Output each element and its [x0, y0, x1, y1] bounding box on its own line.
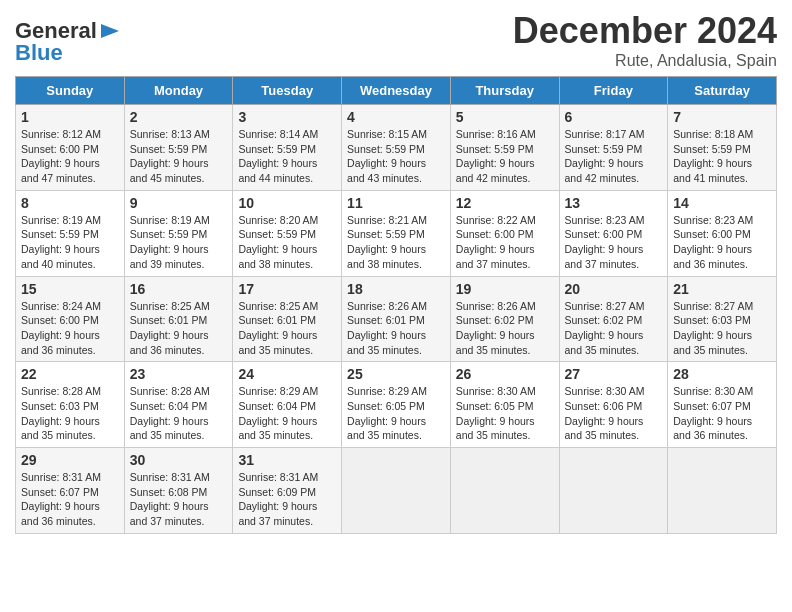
weekday-header-tuesday: Tuesday: [233, 77, 342, 105]
day-detail: Sunrise: 8:14 AM Sunset: 5:59 PM Dayligh…: [238, 127, 336, 186]
day-detail: Sunrise: 8:31 AM Sunset: 6:08 PM Dayligh…: [130, 470, 228, 529]
calendar-cell: [342, 448, 451, 534]
calendar-cell: [668, 448, 777, 534]
day-number: 25: [347, 366, 445, 382]
day-detail: Sunrise: 8:19 AM Sunset: 5:59 PM Dayligh…: [21, 213, 119, 272]
day-detail: Sunrise: 8:31 AM Sunset: 6:07 PM Dayligh…: [21, 470, 119, 529]
calendar-cell: 31Sunrise: 8:31 AM Sunset: 6:09 PM Dayli…: [233, 448, 342, 534]
day-number: 7: [673, 109, 771, 125]
calendar-cell: 24Sunrise: 8:29 AM Sunset: 6:04 PM Dayli…: [233, 362, 342, 448]
calendar-cell: 9Sunrise: 8:19 AM Sunset: 5:59 PM Daylig…: [124, 190, 233, 276]
calendar-cell: 3Sunrise: 8:14 AM Sunset: 5:59 PM Daylig…: [233, 105, 342, 191]
calendar-cell: 18Sunrise: 8:26 AM Sunset: 6:01 PM Dayli…: [342, 276, 451, 362]
calendar-cell: [559, 448, 668, 534]
calendar-cell: 1Sunrise: 8:12 AM Sunset: 6:00 PM Daylig…: [16, 105, 125, 191]
day-detail: Sunrise: 8:27 AM Sunset: 6:03 PM Dayligh…: [673, 299, 771, 358]
day-number: 8: [21, 195, 119, 211]
day-number: 28: [673, 366, 771, 382]
day-detail: Sunrise: 8:29 AM Sunset: 6:04 PM Dayligh…: [238, 384, 336, 443]
logo: General Blue: [15, 18, 121, 66]
calendar-cell: 6Sunrise: 8:17 AM Sunset: 5:59 PM Daylig…: [559, 105, 668, 191]
header: General Blue December 2024 Rute, Andalus…: [15, 10, 777, 70]
day-detail: Sunrise: 8:25 AM Sunset: 6:01 PM Dayligh…: [238, 299, 336, 358]
day-number: 2: [130, 109, 228, 125]
logo-blue: Blue: [15, 40, 63, 66]
calendar-cell: 21Sunrise: 8:27 AM Sunset: 6:03 PM Dayli…: [668, 276, 777, 362]
day-number: 5: [456, 109, 554, 125]
day-detail: Sunrise: 8:25 AM Sunset: 6:01 PM Dayligh…: [130, 299, 228, 358]
day-detail: Sunrise: 8:30 AM Sunset: 6:05 PM Dayligh…: [456, 384, 554, 443]
day-number: 1: [21, 109, 119, 125]
day-number: 9: [130, 195, 228, 211]
day-detail: Sunrise: 8:27 AM Sunset: 6:02 PM Dayligh…: [565, 299, 663, 358]
day-detail: Sunrise: 8:21 AM Sunset: 5:59 PM Dayligh…: [347, 213, 445, 272]
calendar-cell: 13Sunrise: 8:23 AM Sunset: 6:00 PM Dayli…: [559, 190, 668, 276]
day-detail: Sunrise: 8:19 AM Sunset: 5:59 PM Dayligh…: [130, 213, 228, 272]
calendar-cell: 19Sunrise: 8:26 AM Sunset: 6:02 PM Dayli…: [450, 276, 559, 362]
day-number: 12: [456, 195, 554, 211]
weekday-header-sunday: Sunday: [16, 77, 125, 105]
week-row-3: 15Sunrise: 8:24 AM Sunset: 6:00 PM Dayli…: [16, 276, 777, 362]
weekday-header-saturday: Saturday: [668, 77, 777, 105]
calendar-cell: 14Sunrise: 8:23 AM Sunset: 6:00 PM Dayli…: [668, 190, 777, 276]
day-number: 11: [347, 195, 445, 211]
day-detail: Sunrise: 8:26 AM Sunset: 6:01 PM Dayligh…: [347, 299, 445, 358]
day-number: 18: [347, 281, 445, 297]
day-number: 15: [21, 281, 119, 297]
calendar-cell: 10Sunrise: 8:20 AM Sunset: 5:59 PM Dayli…: [233, 190, 342, 276]
week-row-4: 22Sunrise: 8:28 AM Sunset: 6:03 PM Dayli…: [16, 362, 777, 448]
calendar-cell: 5Sunrise: 8:16 AM Sunset: 5:59 PM Daylig…: [450, 105, 559, 191]
calendar-cell: 11Sunrise: 8:21 AM Sunset: 5:59 PM Dayli…: [342, 190, 451, 276]
day-number: 20: [565, 281, 663, 297]
calendar-table: SundayMondayTuesdayWednesdayThursdayFrid…: [15, 76, 777, 534]
calendar-cell: 7Sunrise: 8:18 AM Sunset: 5:59 PM Daylig…: [668, 105, 777, 191]
day-detail: Sunrise: 8:31 AM Sunset: 6:09 PM Dayligh…: [238, 470, 336, 529]
calendar-cell: 4Sunrise: 8:15 AM Sunset: 5:59 PM Daylig…: [342, 105, 451, 191]
day-detail: Sunrise: 8:22 AM Sunset: 6:00 PM Dayligh…: [456, 213, 554, 272]
day-detail: Sunrise: 8:23 AM Sunset: 6:00 PM Dayligh…: [673, 213, 771, 272]
day-number: 6: [565, 109, 663, 125]
day-number: 4: [347, 109, 445, 125]
calendar-cell: 22Sunrise: 8:28 AM Sunset: 6:03 PM Dayli…: [16, 362, 125, 448]
calendar-cell: 27Sunrise: 8:30 AM Sunset: 6:06 PM Dayli…: [559, 362, 668, 448]
day-detail: Sunrise: 8:15 AM Sunset: 5:59 PM Dayligh…: [347, 127, 445, 186]
day-number: 26: [456, 366, 554, 382]
day-number: 19: [456, 281, 554, 297]
day-number: 3: [238, 109, 336, 125]
month-title: December 2024 Rute, Andalusia, Spain: [513, 10, 777, 70]
location-heading: Rute, Andalusia, Spain: [513, 52, 777, 70]
calendar-cell: 2Sunrise: 8:13 AM Sunset: 5:59 PM Daylig…: [124, 105, 233, 191]
day-detail: Sunrise: 8:29 AM Sunset: 6:05 PM Dayligh…: [347, 384, 445, 443]
day-number: 13: [565, 195, 663, 211]
day-detail: Sunrise: 8:30 AM Sunset: 6:06 PM Dayligh…: [565, 384, 663, 443]
week-row-2: 8Sunrise: 8:19 AM Sunset: 5:59 PM Daylig…: [16, 190, 777, 276]
day-detail: Sunrise: 8:16 AM Sunset: 5:59 PM Dayligh…: [456, 127, 554, 186]
day-detail: Sunrise: 8:13 AM Sunset: 5:59 PM Dayligh…: [130, 127, 228, 186]
calendar-cell: 25Sunrise: 8:29 AM Sunset: 6:05 PM Dayli…: [342, 362, 451, 448]
day-detail: Sunrise: 8:20 AM Sunset: 5:59 PM Dayligh…: [238, 213, 336, 272]
day-detail: Sunrise: 8:18 AM Sunset: 5:59 PM Dayligh…: [673, 127, 771, 186]
weekday-header-wednesday: Wednesday: [342, 77, 451, 105]
calendar-cell: 28Sunrise: 8:30 AM Sunset: 6:07 PM Dayli…: [668, 362, 777, 448]
weekday-header-thursday: Thursday: [450, 77, 559, 105]
day-number: 30: [130, 452, 228, 468]
calendar-cell: 26Sunrise: 8:30 AM Sunset: 6:05 PM Dayli…: [450, 362, 559, 448]
calendar-cell: [450, 448, 559, 534]
day-number: 24: [238, 366, 336, 382]
day-number: 22: [21, 366, 119, 382]
day-detail: Sunrise: 8:28 AM Sunset: 6:03 PM Dayligh…: [21, 384, 119, 443]
logo-flag-icon: [99, 22, 121, 40]
calendar-cell: 29Sunrise: 8:31 AM Sunset: 6:07 PM Dayli…: [16, 448, 125, 534]
day-number: 31: [238, 452, 336, 468]
weekday-header-friday: Friday: [559, 77, 668, 105]
day-number: 23: [130, 366, 228, 382]
svg-marker-0: [101, 24, 119, 38]
calendar-cell: 15Sunrise: 8:24 AM Sunset: 6:00 PM Dayli…: [16, 276, 125, 362]
day-detail: Sunrise: 8:17 AM Sunset: 5:59 PM Dayligh…: [565, 127, 663, 186]
calendar-cell: 12Sunrise: 8:22 AM Sunset: 6:00 PM Dayli…: [450, 190, 559, 276]
day-detail: Sunrise: 8:12 AM Sunset: 6:00 PM Dayligh…: [21, 127, 119, 186]
day-number: 16: [130, 281, 228, 297]
weekday-header-row: SundayMondayTuesdayWednesdayThursdayFrid…: [16, 77, 777, 105]
calendar-cell: 20Sunrise: 8:27 AM Sunset: 6:02 PM Dayli…: [559, 276, 668, 362]
day-number: 14: [673, 195, 771, 211]
